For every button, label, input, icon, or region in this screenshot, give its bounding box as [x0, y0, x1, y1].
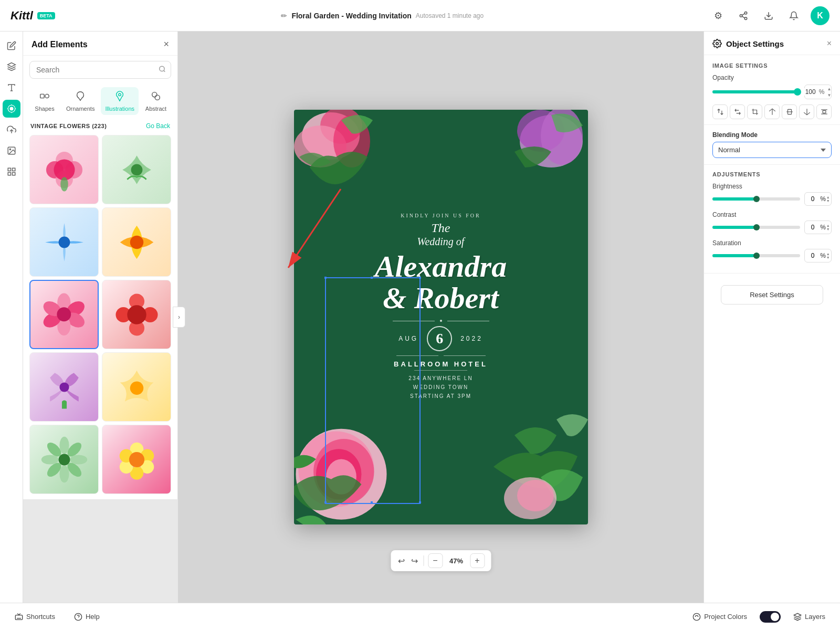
svg-rect-98	[823, 111, 826, 113]
element-item[interactable]	[29, 352, 99, 422]
element-item[interactable]	[102, 352, 171, 422]
project-colors-button[interactable]: Project Colors	[688, 611, 751, 623]
blending-mode-label: Blending Mode	[712, 131, 832, 139]
svg-point-28	[155, 95, 160, 100]
section-header: VINTAGE FLOWERS (223) Go Back	[23, 118, 177, 133]
align-bottom[interactable]	[799, 104, 814, 119]
panel-collapse-button[interactable]: ›	[173, 307, 185, 328]
right-panel-title: Object Settings	[712, 39, 784, 48]
help-button[interactable]: Help	[70, 611, 104, 623]
canvas-wrapper[interactable]: KINDLY JOIN US FOR The Wedding of Alexan…	[178, 32, 704, 603]
opacity-slider[interactable]	[712, 90, 800, 93]
saturation-label: Saturation	[712, 239, 832, 247]
card-month: AUG	[398, 335, 418, 342]
align-crop[interactable]	[747, 104, 762, 119]
contrast-slider[interactable]	[712, 226, 800, 229]
svg-marker-108	[794, 613, 801, 617]
search-input[interactable]	[29, 61, 171, 79]
contrast-label: Contrast	[712, 211, 832, 218]
svg-point-50	[59, 382, 69, 392]
main-area: Add Elements × Shapes	[0, 32, 840, 603]
layers-label: Layers	[805, 613, 825, 621]
settings-button[interactable]: ⚙	[710, 7, 727, 24]
notifications-button[interactable]	[785, 7, 802, 24]
element-item[interactable]	[29, 425, 99, 494]
download-button[interactable]	[760, 7, 777, 24]
card-year: 2022	[460, 335, 483, 342]
svg-rect-18	[8, 168, 10, 171]
zoom-out-button[interactable]: −	[428, 553, 443, 568]
zoom-in-button[interactable]: +	[470, 553, 485, 568]
element-item[interactable]	[102, 280, 171, 349]
saturation-value[interactable]: % ▲ ▼	[804, 249, 832, 262]
help-label: Help	[86, 613, 100, 621]
svg-point-25	[45, 94, 49, 98]
element-item[interactable]	[29, 207, 99, 277]
sidebar-upload-button[interactable]	[3, 121, 20, 139]
element-item[interactable]	[102, 425, 171, 494]
align-flip-v[interactable]	[730, 104, 745, 119]
brightness-down[interactable]: ▼	[826, 199, 830, 203]
align-top[interactable]	[764, 104, 780, 119]
undo-button[interactable]: ↩	[397, 556, 406, 566]
image-settings-title: IMAGE SETTINGS	[712, 62, 832, 69]
card-kindly-join: KINDLY JOIN US FOR	[375, 213, 507, 218]
sidebar-layers-button[interactable]	[3, 58, 20, 76]
element-item-selected[interactable]	[29, 280, 99, 349]
contrast-value[interactable]: % ▲ ▼	[804, 220, 832, 234]
category-illustrations[interactable]: Illustrations	[101, 87, 139, 115]
avatar[interactable]: K	[811, 6, 830, 25]
svg-rect-19	[12, 168, 15, 171]
category-abstract[interactable]: Abstract	[141, 87, 171, 115]
brightness-slider[interactable]	[712, 197, 800, 201]
project-title[interactable]: Floral Garden - Wedding Invitation	[291, 12, 411, 20]
svg-rect-99	[15, 615, 22, 620]
opacity-value-input[interactable]: % ▲ ▼	[804, 85, 832, 99]
adjustments-section: ADJUSTMENTS Brightness % ▲ ▼	[704, 165, 840, 274]
element-item[interactable]	[29, 135, 99, 204]
sidebar-edit-button[interactable]	[3, 37, 20, 55]
sidebar-text-button[interactable]	[3, 79, 20, 97]
zoom-bar: ↩ ↪ − 47% +	[391, 550, 491, 571]
opacity-up-button[interactable]: ▲	[825, 86, 833, 92]
dark-mode-toggle[interactable]	[760, 611, 781, 623]
right-panel-close-button[interactable]: ×	[827, 39, 832, 48]
element-item[interactable]	[102, 207, 171, 277]
logo[interactable]: Kittl	[10, 9, 33, 23]
svg-point-37	[130, 235, 143, 248]
sidebar-photos-button[interactable]	[3, 142, 20, 160]
redo-button[interactable]: ↪	[410, 556, 419, 566]
shortcuts-button[interactable]: Shortcuts	[10, 611, 59, 623]
topbar: Kittl BETA ✏ Floral Garden - Wedding Inv…	[0, 0, 840, 32]
align-distribute[interactable]	[816, 104, 832, 119]
card-wedding-of: Wedding of	[375, 236, 507, 248]
category-shapes[interactable]: Shapes	[29, 87, 60, 115]
brightness-up[interactable]: ▲	[826, 195, 830, 199]
layers-button[interactable]: Layers	[789, 611, 830, 623]
svg-marker-6	[7, 63, 15, 67]
svg-point-54	[70, 455, 87, 464]
opacity-down-button[interactable]: ▼	[825, 92, 833, 98]
saturation-slider[interactable]	[712, 254, 800, 257]
align-flip-h[interactable]	[712, 104, 728, 119]
panel-close-button[interactable]: ×	[163, 39, 169, 50]
blending-mode-select[interactable]: Normal Multiply Screen Overlay Darken Li…	[712, 142, 832, 158]
saturation-down[interactable]: ▼	[826, 256, 830, 259]
share-button[interactable]	[735, 7, 752, 24]
reset-settings-button[interactable]: Reset Settings	[721, 285, 823, 304]
element-item[interactable]	[102, 135, 171, 204]
saturation-up[interactable]: ▲	[826, 252, 830, 256]
svg-point-58	[41, 455, 58, 464]
go-back-button[interactable]: Go Back	[146, 122, 170, 130]
category-ornaments[interactable]: Ornaments	[62, 87, 99, 115]
contrast-up[interactable]: ▲	[826, 224, 830, 227]
brightness-row: Brightness % ▲ ▼	[712, 183, 832, 206]
canvas-frame[interactable]: KINDLY JOIN US FOR The Wedding of Alexan…	[294, 110, 588, 524]
adjustments-title: ADJUSTMENTS	[712, 171, 832, 177]
contrast-down[interactable]: ▼	[826, 227, 830, 231]
svg-point-49	[127, 305, 146, 324]
brightness-value[interactable]: % ▲ ▼	[804, 192, 832, 206]
sidebar-elements-button[interactable]	[3, 100, 20, 118]
align-middle[interactable]	[782, 104, 797, 119]
sidebar-grid-button[interactable]	[3, 163, 20, 181]
